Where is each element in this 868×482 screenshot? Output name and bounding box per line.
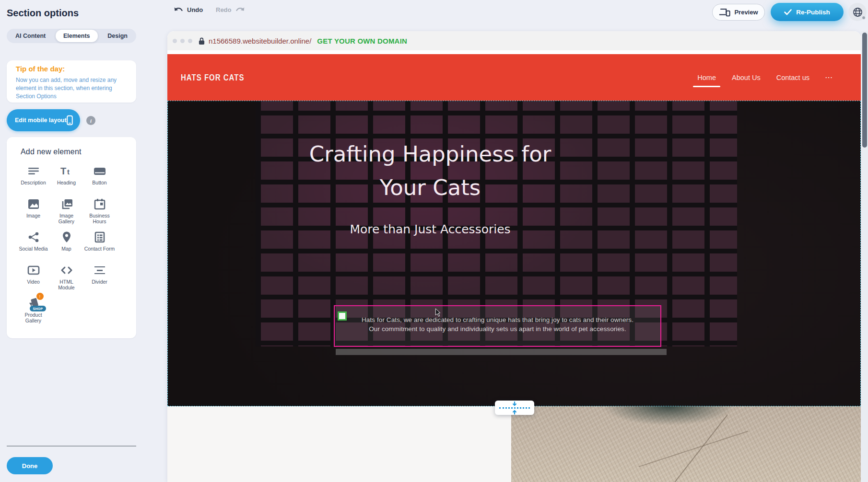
calendar-icon bbox=[93, 197, 107, 211]
republish-button[interactable]: Re-Publish bbox=[771, 3, 844, 21]
element-item-map[interactable]: Map bbox=[50, 228, 83, 261]
undo-label: Undo bbox=[187, 6, 203, 13]
element-item-business-hours[interactable]: Business Hours bbox=[83, 195, 116, 228]
shop-badge: SHOP bbox=[30, 306, 46, 311]
browser-dots bbox=[173, 39, 192, 43]
section-resize-handle[interactable] bbox=[495, 401, 534, 415]
next-section bbox=[167, 406, 861, 482]
svg-text:T: T bbox=[60, 166, 66, 176]
browser-chrome: n1566589.websitebuilder.online/ GET YOUR… bbox=[167, 31, 861, 50]
selected-paragraph-element[interactable]: Hats for Cats, we are dedicated to craft… bbox=[334, 305, 661, 347]
hero-subheading[interactable]: More than Just Accessories bbox=[168, 222, 692, 236]
arrow-up-icon bbox=[512, 409, 517, 414]
hero-section[interactable]: Crafting Happiness for Your Cats More th… bbox=[167, 101, 861, 406]
section-options-panel: Section options AI ContentElementsDesign… bbox=[0, 0, 145, 482]
element-item-image[interactable]: Image bbox=[17, 195, 50, 228]
tip-of-the-day-card: Tip of the day: Now you can add, move an… bbox=[7, 60, 136, 103]
site-preview-window: n1566589.websitebuilder.online/ GET YOUR… bbox=[167, 31, 861, 482]
republish-label: Re-Publish bbox=[796, 9, 830, 16]
page-title: Section options bbox=[7, 8, 79, 19]
panel-divider bbox=[7, 446, 136, 447]
language-globe-button[interactable] bbox=[848, 3, 867, 21]
divider-icon bbox=[93, 263, 107, 277]
redo-button[interactable]: Redo bbox=[216, 6, 245, 13]
element-item-button[interactable]: Button bbox=[83, 162, 116, 195]
svg-text:t: t bbox=[67, 168, 70, 176]
element-item-product-gallery[interactable]: ↑ SHOP Product Gallery bbox=[17, 294, 50, 327]
add-element-card: Add new element DescriptionTt Heading Bu… bbox=[7, 137, 136, 338]
mouse-cursor bbox=[434, 308, 441, 317]
nav-item-about-us[interactable]: About Us bbox=[732, 74, 761, 81]
tab-elements[interactable]: Elements bbox=[56, 30, 98, 42]
info-icon[interactable]: i bbox=[86, 116, 95, 125]
hero-paragraph: Hats for Cats, we are dedicated to craft… bbox=[335, 316, 660, 333]
tip-title: Tip of the day: bbox=[16, 65, 65, 73]
editor-stage: Section options AI ContentElementsDesign… bbox=[0, 0, 868, 482]
redo-label: Redo bbox=[216, 6, 232, 13]
devices-icon bbox=[719, 8, 730, 17]
image-gallery-icon bbox=[59, 197, 74, 211]
element-item-contact-form[interactable]: Contact Form bbox=[83, 228, 116, 261]
nav-item-home[interactable]: Home bbox=[697, 74, 716, 81]
site-logo[interactable]: HATS FOR CATS bbox=[181, 72, 244, 82]
hero-heading[interactable]: Crafting Happiness for Your Cats bbox=[168, 138, 692, 205]
next-section-blank bbox=[167, 406, 511, 482]
element-item-heading[interactable]: Tt Heading bbox=[50, 162, 83, 195]
get-domain-link[interactable]: GET YOUR OWN DOMAIN bbox=[317, 37, 407, 45]
edit-mobile-layout-button[interactable]: Edit mobile layout bbox=[7, 109, 80, 131]
site-header: HATS FOR CATS HomeAbout UsContact us··· bbox=[167, 54, 861, 101]
undo-icon bbox=[174, 6, 184, 13]
scrollbar-thumb[interactable] bbox=[862, 33, 867, 148]
element-item-description[interactable]: Description bbox=[17, 162, 50, 195]
done-button[interactable]: Done bbox=[7, 457, 53, 474]
element-item-video[interactable]: Video bbox=[17, 261, 50, 294]
element-item-social-media[interactable]: Social Media bbox=[17, 228, 50, 261]
element-drag-handle[interactable] bbox=[338, 311, 347, 321]
tip-body: Now you can add, move and resize any ele… bbox=[16, 76, 128, 101]
check-icon bbox=[784, 9, 792, 15]
add-element-title: Add new element bbox=[21, 148, 82, 156]
element-item-image-gallery[interactable]: Image Gallery bbox=[50, 195, 83, 228]
element-item-divider[interactable]: Divider bbox=[83, 261, 116, 294]
element-hover-strip bbox=[336, 349, 667, 355]
nav-more-menu[interactable]: ··· bbox=[825, 74, 833, 81]
form-icon bbox=[93, 230, 107, 244]
video-icon bbox=[26, 263, 41, 277]
tab-ai-content[interactable]: AI Content bbox=[8, 30, 53, 42]
edit-mobile-layout-label: Edit mobile layout bbox=[15, 117, 67, 124]
map-pin-icon bbox=[59, 230, 74, 244]
globe-icon bbox=[852, 7, 863, 18]
arrow-down-icon bbox=[512, 402, 517, 407]
tab-design[interactable]: Design bbox=[100, 30, 135, 42]
upgrade-arrow-icon: ↑ bbox=[36, 293, 44, 300]
phone-icon bbox=[67, 115, 73, 126]
add-element-grid: DescriptionTt Heading Button Image Image… bbox=[17, 162, 116, 327]
share-icon bbox=[26, 230, 41, 244]
heading-icon: Tt bbox=[59, 164, 74, 178]
nav-item-contact-us[interactable]: Contact us bbox=[776, 74, 809, 81]
preview-button[interactable]: Preview bbox=[712, 4, 765, 21]
product-gallery-icon: ↑ SHOP bbox=[26, 296, 41, 310]
site-nav: HomeAbout UsContact us··· bbox=[697, 54, 833, 101]
panel-tabs: AI ContentElementsDesign bbox=[7, 29, 136, 43]
site-canvas: HATS FOR CATS HomeAbout UsContact us··· … bbox=[167, 54, 861, 482]
image-icon bbox=[26, 197, 41, 211]
element-item-html-module[interactable]: HTML Module bbox=[50, 261, 83, 294]
scrollbar-track[interactable] bbox=[861, 31, 868, 482]
paving-photo bbox=[511, 406, 861, 482]
preview-label: Preview bbox=[734, 9, 758, 16]
globe-badge-dot bbox=[862, 16, 866, 20]
text-lines-icon bbox=[26, 164, 41, 178]
redo-icon bbox=[235, 6, 245, 13]
address-bar-url[interactable]: n1566589.websitebuilder.online/ bbox=[209, 37, 311, 45]
undo-button[interactable]: Undo bbox=[174, 6, 203, 13]
lock-icon bbox=[199, 37, 205, 45]
code-icon bbox=[59, 263, 74, 277]
button-icon bbox=[93, 164, 107, 178]
